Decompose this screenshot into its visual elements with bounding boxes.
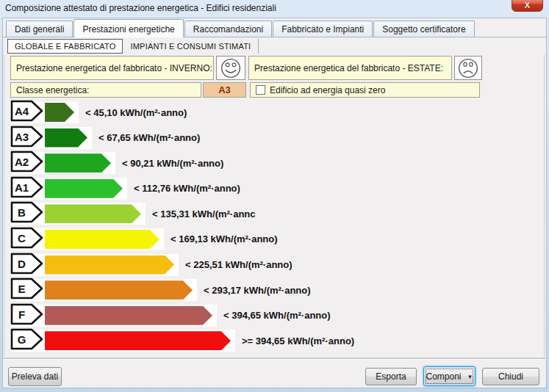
energy-row-label: < 169,13 kWh/(m²·anno) [171, 233, 278, 244]
tab-prestazioni-energetiche[interactable]: Prestazioni energetiche [73, 19, 183, 37]
energy-row-strip: B [10, 203, 146, 225]
class-badge: A3 [10, 126, 44, 150]
energy-arrow [45, 306, 212, 325]
classe-energetica-box: Classe energetica: [10, 82, 201, 98]
svg-text:A2: A2 [15, 156, 29, 168]
energy-row-f: F< 394,65 kWh/(m²·anno) [10, 305, 354, 327]
happy-face-icon [220, 57, 242, 79]
energy-row-a2: A2< 90,21 kWh/(m²·anno) [10, 152, 354, 174]
svg-text:A4: A4 [15, 105, 29, 117]
inverno-label: Prestazione energetica del fabbricato - … [16, 63, 212, 73]
estate-panel: Prestazione energetica del fabbricato - … [248, 56, 452, 80]
class-badge: A1 [10, 176, 44, 201]
energy-row-a4: A4< 45,10 kWh/(m²·anno) [10, 101, 354, 123]
svg-text:E: E [18, 283, 25, 295]
componi-label: Componi [426, 371, 462, 382]
svg-text:C: C [18, 232, 26, 244]
energy-arrow [45, 179, 123, 198]
energy-row-b: B< 135,31 kWh/(m²·annc [10, 203, 354, 225]
energy-arrow [45, 103, 74, 122]
energy-arrow [45, 204, 141, 223]
energy-row-strip: A2 [10, 152, 115, 174]
energy-scale: A4< 45,10 kWh/(m²·anno)A3< 67,65 kWh/(m²… [10, 101, 354, 352]
energy-row-label: < 135,31 kWh/(m²·annc [152, 208, 256, 219]
class-badge: A4 [10, 100, 44, 125]
energy-row-a3: A3< 67,65 kWh/(m²·anno) [10, 127, 354, 149]
svg-text:A3: A3 [15, 131, 29, 143]
energy-row-strip: D [10, 254, 179, 276]
componi-button[interactable]: Componi ▼ [423, 366, 476, 386]
energy-row-label: < 394,65 kWh/(m²·anno) [223, 310, 331, 321]
energy-row-strip: C [10, 228, 164, 250]
class-badge: D [10, 253, 44, 277]
window-title: Composizione attestato di prestazione en… [5, 3, 276, 13]
estate-rating-box [454, 56, 482, 80]
nzeb-checkbox[interactable] [256, 85, 265, 95]
energy-row-strip: E [10, 279, 197, 301]
main-tabs: Dati generaliPrestazioni energeticheRacc… [2, 20, 547, 37]
energy-row-label: < 90,21 kWh/(m²·anno) [122, 158, 223, 169]
nzeb-label: Edificio ad energia quasi zero [270, 85, 385, 95]
energy-row-c: C< 169,13 kWh/(m²·anno) [10, 228, 354, 250]
class-badge: G [10, 328, 44, 353]
window-titlebar: Composizione attestato di prestazione en… [0, 0, 549, 18]
nzeb-box: Edificio ad energia quasi zero [250, 82, 480, 98]
preleva-dati-label: Preleva dati [12, 371, 58, 382]
chevron-down-icon: ▼ [467, 373, 473, 380]
energy-row-e: E< 293,17 kWh/(m²·anno) [10, 279, 354, 301]
classe-energetica-value: A3 [203, 82, 246, 98]
class-badge: A2 [10, 150, 44, 175]
estate-label: Prestazione energetica del fabbricato - … [254, 63, 443, 73]
inverno-panel: Prestazione energetica del fabbricato - … [10, 56, 214, 80]
energy-row-label: < 112,76 kWh/(m²·anno) [134, 183, 240, 194]
energy-row-strip: F [10, 305, 217, 327]
tab-raccomandazioni[interactable]: Raccomandazioni [184, 21, 272, 37]
preleva-dati-button[interactable]: Preleva dati [8, 367, 62, 386]
energy-row-label: < 67,65 kWh/(m²·anno) [98, 132, 200, 143]
window: Composizione attestato di prestazione en… [0, 0, 549, 392]
class-badge: B [10, 201, 44, 226]
tab-soggetto-certificatore[interactable]: Soggetto certificatore [373, 21, 474, 37]
subtab-impianti-e-consumi-stimati[interactable]: IMPIANTI E CONSUMI STIMATI [123, 39, 259, 54]
energy-row-a1: A1< 112,76 kWh/(m²·anno) [10, 178, 354, 200]
sad-face-icon [457, 57, 479, 79]
svg-text:F: F [18, 308, 25, 321]
energy-row-g: G>= 394,65 kWh/(m²·anno) [10, 330, 354, 352]
svg-text:B: B [18, 206, 26, 219]
energy-arrow [45, 230, 159, 249]
class-badge: C [10, 227, 44, 252]
energy-row-d: D< 225,51 kWh/(m²·anno) [10, 254, 354, 276]
esporta-label: Esporta [376, 371, 406, 382]
svg-text:G: G [18, 333, 26, 346]
subtab-globale-e-fabbricato[interactable]: GLOBALE E FABBRICATO [7, 39, 123, 54]
energy-row-label: >= 394,65 kWh/(m²·anno) [242, 335, 354, 346]
energy-arrow [45, 255, 174, 275]
close-button[interactable]: X [512, 0, 543, 12]
inverno-rating-box [216, 56, 245, 80]
energy-row-strip: A4 [10, 101, 79, 123]
sub-tabs: GLOBALE E FABBRICATOIMPIANTI E CONSUMI S… [2, 38, 547, 54]
tab-dati-generali[interactable]: Dati generali [6, 21, 73, 37]
energy-arrow [45, 128, 87, 148]
energy-row-label: < 293,17 kWh/(m²·anno) [204, 285, 311, 296]
energy-row-strip: A1 [10, 178, 127, 200]
energy-arrow [45, 280, 193, 300]
chiudi-button[interactable]: Chiudi [482, 368, 539, 385]
footer-divider [3, 358, 546, 360]
class-badge: F [10, 303, 44, 328]
tab-fabbricato-e-impianti[interactable]: Fabbricato e Impianti [273, 21, 373, 37]
chiudi-label: Chiudi [498, 371, 523, 382]
energy-arrow [45, 331, 231, 350]
energy-row-strip: A3 [10, 127, 92, 149]
energy-row-strip: G [10, 330, 235, 352]
svg-text:D: D [18, 258, 26, 270]
classe-energetica-label: Classe energetica: [16, 85, 89, 95]
class-badge: E [10, 277, 44, 302]
energy-arrow [45, 153, 111, 173]
close-icon: X [525, 0, 530, 10]
svg-text:A1: A1 [15, 181, 29, 194]
esporta-button[interactable]: Esporta [365, 368, 417, 385]
energy-row-label: < 45,10 kWh/(m²·anno) [85, 107, 187, 118]
energy-row-label: < 225,51 kWh/(m²·anno) [185, 259, 293, 270]
